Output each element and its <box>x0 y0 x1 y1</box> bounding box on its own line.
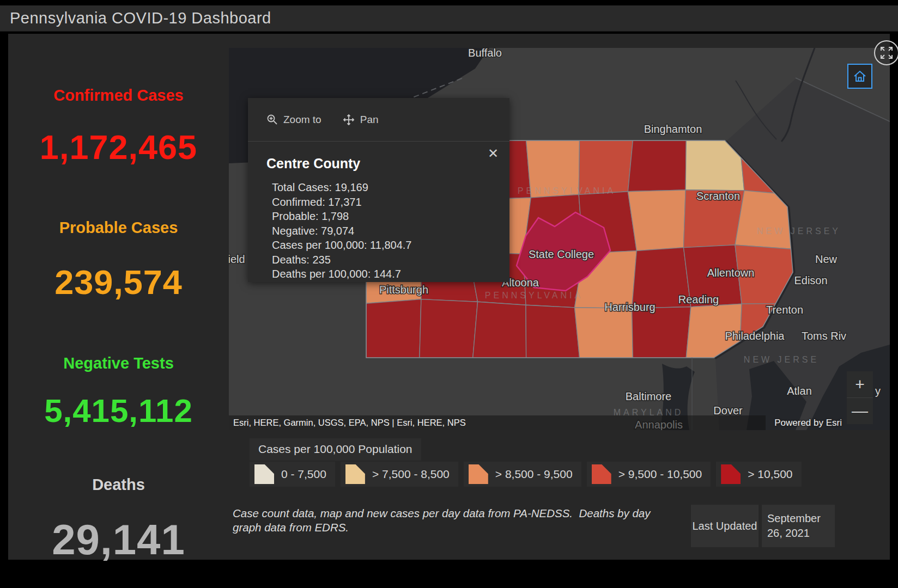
map-city-label: Toms Riv <box>802 330 846 342</box>
legend-swatch-icon <box>469 464 488 484</box>
expand-button[interactable] <box>874 40 898 65</box>
map-city-label: Pittsburgh <box>379 284 428 296</box>
home-button[interactable] <box>847 64 872 89</box>
county-polygon[interactable] <box>526 305 580 358</box>
map-city-label: New <box>815 253 838 265</box>
popup-stat-line: Confirmed: 17,371 <box>272 195 509 210</box>
map-city-label: Binghamton <box>644 123 702 135</box>
legend-item: > 7,500 - 8,500 <box>341 462 458 487</box>
map-city-label: Atlan <box>787 385 812 397</box>
legend-swatch-icon <box>721 464 741 484</box>
legend-title: Cases per 100,000 Population <box>250 438 421 461</box>
legend-item: > 9,500 - 10,500 <box>587 462 711 487</box>
popup-stat-line: Deaths: 235 <box>272 253 509 267</box>
last-updated-value: September 26, 2021 <box>762 505 835 547</box>
legend-swatch-icon <box>254 464 274 484</box>
pan-label: Pan <box>360 114 379 126</box>
legend-swatch-icon <box>345 464 365 484</box>
stat-label: Probable Cases <box>8 219 229 237</box>
popup-county-stats: Total Cases: 19,169Confirmed: 17,371Prob… <box>248 171 509 281</box>
popup-county-title: Centre County <box>248 142 509 171</box>
county-polygon[interactable] <box>575 308 633 358</box>
stat-label: Confirmed Cases <box>8 87 229 105</box>
county-polygon[interactable] <box>628 140 686 192</box>
pan-button[interactable]: Pan <box>342 113 379 126</box>
dashboard-root: Pennsylvania COVID-19 Dashboard Confirme… <box>0 0 898 588</box>
map-city-label: ield <box>229 253 245 265</box>
map-city-label: Buffalo <box>468 48 502 59</box>
popup-stat-line: Probable: 1,798 <box>272 209 509 224</box>
map-region-label: PENNSYLVANIA <box>485 291 583 300</box>
legend-label: 0 - 7,500 <box>281 468 326 481</box>
map-zoom-control: + — <box>847 371 873 424</box>
county-polygon[interactable] <box>628 190 685 251</box>
popup-stat-line: Cases per 100,000: 11,804.7 <box>272 238 509 253</box>
legend-label: > 10,500 <box>748 468 792 481</box>
map-city-label: Trenton <box>766 304 803 316</box>
map-city-label: Allentown <box>707 267 755 279</box>
stat-value: 239,574 <box>8 262 229 302</box>
stat-label: Negative Tests <box>8 354 229 372</box>
legend-item: > 10,500 <box>716 462 801 487</box>
map-attribution: Esri, HERE, Garmin, USGS, EPA, NPS | Esr… <box>229 415 766 430</box>
map-city-label: Harrisburg <box>604 301 655 313</box>
data-source-note: Case count data, map and new cases per d… <box>233 506 655 535</box>
map-city-label: Dover <box>713 405 743 416</box>
county-polygon[interactable] <box>366 299 421 358</box>
map-legend: Cases per 100,000 Population 0 - 7,500> … <box>250 438 802 487</box>
zoom-to-button[interactable]: Zoom to <box>266 114 321 126</box>
map-city-label: y <box>875 385 881 397</box>
popup-action-bar: Zoom to Pan <box>248 98 509 142</box>
stat-value: 29,141 <box>8 515 229 565</box>
zoom-to-icon <box>266 114 278 126</box>
powered-by-esri: Powered by Esri <box>774 418 842 428</box>
popup-close-icon[interactable]: ✕ <box>488 147 499 160</box>
map-city-label: Baltimore <box>626 390 671 402</box>
map-region-label: NEW JERSE <box>744 355 819 364</box>
stat-label: Deaths <box>8 476 229 494</box>
expand-icon <box>878 45 895 61</box>
zoom-to-label: Zoom to <box>283 114 321 126</box>
zoom-out-button[interactable]: — <box>847 398 873 424</box>
home-icon <box>852 69 867 84</box>
legend-item: > 8,500 - 9,500 <box>464 462 581 487</box>
legend-label: > 7,500 - 8,500 <box>372 468 450 481</box>
pan-icon <box>342 113 355 126</box>
stat-value: 1,172,465 <box>8 127 229 167</box>
map-region-label: PENNSYLVANIA <box>518 186 616 195</box>
zoom-in-button[interactable]: + <box>847 371 873 397</box>
county-popup: Zoom to Pan ✕ Centre County Total Cases:… <box>248 98 509 282</box>
popup-stat-line: Deaths per 100,000: 144.7 <box>272 267 509 281</box>
map-city-label: Edison <box>794 274 827 286</box>
county-polygon[interactable] <box>632 307 691 358</box>
legend-label: > 8,500 - 9,500 <box>495 468 573 481</box>
stat-value: 5,415,112 <box>8 392 229 430</box>
map-city-label: Reading <box>678 293 719 305</box>
last-updated-label: Last Updated <box>691 505 759 547</box>
legend-label: > 9,500 - 10,500 <box>618 468 702 481</box>
map-city-label: State College <box>529 248 594 260</box>
county-polygon[interactable] <box>473 302 526 358</box>
legend-items: 0 - 7,500> 7,500 - 8,500> 8,500 - 9,500>… <box>250 462 802 487</box>
county-polygon[interactable] <box>420 299 478 358</box>
page-title: Pennsylvania COVID-19 Dashboard <box>0 9 271 27</box>
header-bar: Pennsylvania COVID-19 Dashboard <box>0 5 898 32</box>
map-city-label: Scranton <box>696 190 740 202</box>
legend-swatch-icon <box>592 464 611 484</box>
legend-item: 0 - 7,500 <box>250 462 335 487</box>
map-city-label: Philadelphia <box>725 330 785 342</box>
popup-stat-line: Negative: 79,074 <box>272 224 509 238</box>
popup-stat-line: Total Cases: 19,169 <box>272 180 509 195</box>
map-region-label: NEW JERSEY <box>757 226 841 236</box>
